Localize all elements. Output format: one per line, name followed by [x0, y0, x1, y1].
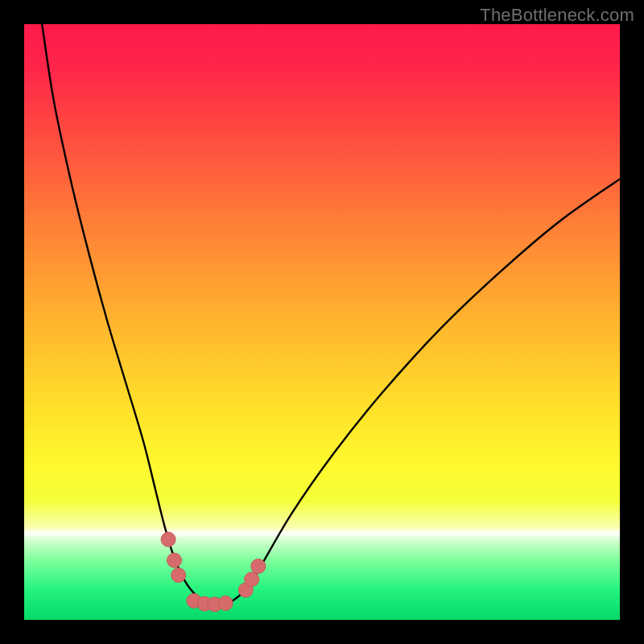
data-marker: [218, 596, 233, 610]
bottleneck-curve: [24, 24, 620, 620]
plot-area: [24, 24, 620, 620]
watermark-text: TheBottleneck.com: [480, 5, 634, 26]
data-marker: [245, 572, 259, 587]
data-marker: [161, 532, 175, 547]
chart-frame: TheBottleneck.com: [0, 0, 644, 644]
data-marker: [167, 553, 181, 568]
data-marker: [171, 568, 186, 583]
data-marker: [251, 559, 266, 573]
